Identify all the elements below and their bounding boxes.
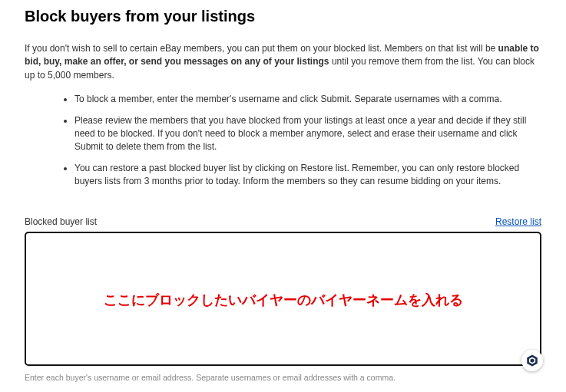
tip-item: To block a member, enter the member's us… xyxy=(74,93,534,106)
hexagon-icon xyxy=(525,354,539,367)
blocked-list-wrap: ここにブロックしたいバイヤーのバイヤーネームを入れる xyxy=(25,232,541,368)
restore-list-link[interactable]: Restore list xyxy=(495,216,541,227)
blocked-list-label: Blocked buyer list xyxy=(25,216,97,227)
page-title: Block buyers from your listings xyxy=(25,8,541,25)
helper-text: Enter each buyer's username or email add… xyxy=(25,373,541,382)
tip-item: You can restore a past blocked buyer lis… xyxy=(74,162,534,189)
blocked-list-input[interactable] xyxy=(25,232,541,366)
intro-text: If you don't wish to sell to certain eBa… xyxy=(25,42,541,82)
assistant-icon[interactable] xyxy=(521,350,543,371)
intro-part1: If you don't wish to sell to certain eBa… xyxy=(25,43,498,54)
tips-list: To block a member, enter the member's us… xyxy=(74,93,534,188)
tip-item: Please review the members that you have … xyxy=(74,114,534,154)
